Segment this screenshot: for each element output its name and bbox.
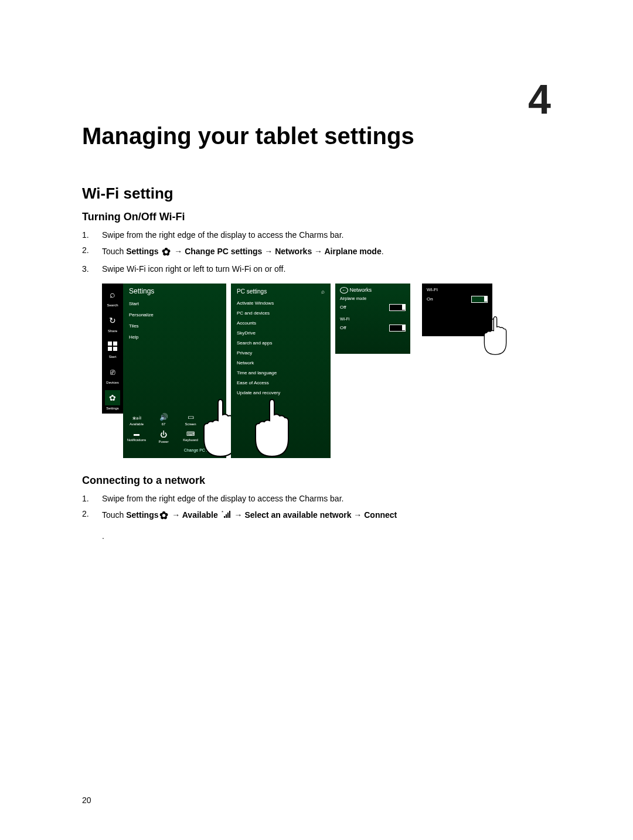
quick-keyboard[interactable]: ⌨ Keyboard	[183, 431, 198, 443]
label: Screen	[185, 422, 196, 426]
pc-settings-title: PC settings	[237, 288, 267, 295]
text: .	[382, 247, 384, 256]
available-label: Available	[182, 510, 218, 520]
notifications-icon: ▬	[134, 431, 139, 437]
label: Search	[107, 303, 118, 307]
airplane-mode-label: Airplane mode	[340, 296, 406, 301]
label: Notifications	[127, 438, 147, 442]
step-2: Touch Settings✿ → Available * → Select a…	[82, 508, 551, 523]
step-3: Swipe Wi-Fi icon right or left to turn W…	[82, 263, 551, 275]
charms-bar: ⌕ Search ↻ Share Start ⎚ Devices ✿ Setti…	[102, 284, 123, 414]
gear-icon: ✿	[105, 390, 120, 405]
svg-rect-0	[108, 342, 112, 346]
airplane-off-label: Off	[340, 305, 346, 310]
label: Settings	[106, 407, 119, 410]
pc-item-time[interactable]: Time and language	[237, 370, 325, 375]
text: Touch	[102, 510, 126, 520]
wifi-off-label: Off	[340, 325, 346, 330]
steps-turning-wifi: Swipe from the right edge of the display…	[82, 229, 551, 275]
quick-network[interactable]: ⁎ₐᵢₗ Available	[129, 413, 144, 426]
label: 67	[162, 422, 166, 426]
signal-icon: ⁎ₐᵢₗ	[132, 413, 141, 421]
gear-icon: ✿	[159, 508, 168, 523]
label: Available	[130, 422, 144, 426]
subheading-turning-on-off: Turning On/Off Wi-Fi	[82, 211, 551, 223]
quick-power[interactable]: ⏻ Power	[156, 431, 171, 443]
text: Touch	[102, 247, 126, 256]
charm-share[interactable]: ↻ Share	[105, 313, 120, 333]
label: Start	[109, 355, 117, 358]
label: Devices	[106, 381, 118, 384]
hand-pointer-icon	[254, 394, 290, 464]
settings-item-start[interactable]: Start	[129, 301, 220, 306]
figure-wifi-settings: ⌕ Search ↻ Share Start ⎚ Devices ✿ Setti…	[102, 284, 551, 458]
screen-icon: ▭	[188, 413, 194, 421]
hand-swipe-icon	[481, 313, 510, 360]
nav-path: → Change PC settings → Networks → Airpla…	[174, 247, 381, 256]
pc-item-skydrive[interactable]: SkyDrive	[237, 330, 325, 336]
svg-rect-9	[229, 511, 230, 518]
pc-settings-panel: PC settings ⌕ Activate Windows PC and de…	[231, 284, 331, 458]
section-heading-wifi: Wi-Fi setting	[82, 185, 551, 203]
wifi-toggle[interactable]	[389, 325, 406, 332]
wifi-closeup: Wi-Fi On	[422, 284, 492, 336]
pc-item-activate[interactable]: Activate Windows	[237, 301, 325, 306]
signal-icon: *	[222, 510, 231, 521]
gear-icon: ✿	[162, 244, 171, 259]
power-icon: ⏻	[160, 431, 167, 439]
pc-item-search[interactable]: Search and apps	[237, 340, 325, 346]
svg-text:*: *	[222, 510, 223, 515]
svg-rect-3	[113, 347, 117, 351]
svg-rect-1	[113, 342, 117, 346]
charm-search[interactable]: ⌕ Search	[105, 287, 120, 307]
pc-item-network[interactable]: Network	[237, 360, 325, 366]
quick-screen[interactable]: ▭ Screen	[183, 413, 198, 426]
svg-rect-7	[226, 514, 227, 518]
chapter-number: 4	[528, 76, 551, 123]
pc-item-accounts[interactable]: Accounts	[237, 320, 325, 326]
devices-icon: ⎚	[105, 364, 120, 380]
wifi-label: Wi-Fi	[427, 287, 488, 292]
pc-item-ease[interactable]: Ease of Access	[237, 380, 325, 385]
charm-devices[interactable]: ⎚ Devices	[105, 364, 120, 384]
svg-rect-8	[227, 513, 229, 518]
settings-label: Settings	[126, 510, 158, 520]
wifi-label: Wi-Fi	[340, 317, 406, 321]
label: Keyboard	[183, 438, 198, 442]
subheading-connecting: Connecting to a network	[82, 474, 551, 487]
page-title: Managing your tablet settings	[82, 123, 551, 149]
pc-item-devices[interactable]: PC and devices	[237, 310, 325, 316]
svg-rect-6	[224, 516, 225, 518]
step-1: Swipe from the right edge of the display…	[82, 493, 551, 504]
windows-icon	[105, 339, 120, 354]
networks-title: ← Networks	[340, 287, 406, 293]
wifi-toggle-close[interactable]	[471, 296, 488, 303]
on-label: On	[427, 296, 433, 302]
arrow: →	[234, 510, 245, 520]
airplane-toggle[interactable]	[389, 304, 406, 311]
label: Power	[158, 440, 168, 443]
networks-panel: ← Networks Airplane mode Off Wi-Fi Off	[335, 284, 410, 354]
label: Share	[108, 329, 117, 333]
settings-title: Settings	[129, 287, 220, 295]
search-icon: ⌕	[105, 287, 120, 302]
search-icon[interactable]: ⌕	[321, 288, 325, 295]
settings-item-help[interactable]: Help	[129, 334, 220, 340]
arrow: →	[169, 510, 182, 520]
quick-notifications[interactable]: ▬ Notifications	[129, 431, 144, 443]
share-icon: ↻	[105, 313, 120, 328]
period: .	[102, 531, 551, 541]
step-2: Touch Settings ✿ → Change PC settings → …	[82, 244, 551, 259]
pc-item-privacy[interactable]: Privacy	[237, 350, 325, 356]
charm-settings[interactable]: ✿ Settings	[105, 390, 120, 410]
keyboard-icon: ⌨	[186, 431, 195, 437]
svg-marker-4	[491, 318, 492, 321]
quick-volume[interactable]: 🔊 67	[156, 413, 171, 426]
charm-start[interactable]: Start	[105, 339, 120, 358]
settings-item-personalize[interactable]: Personalize	[129, 312, 220, 317]
svg-rect-2	[108, 347, 112, 351]
settings-flyout: Settings Start Personalize Tiles Help ⁎ₐ…	[123, 284, 226, 458]
settings-label: Settings	[126, 247, 158, 256]
settings-item-tiles[interactable]: Tiles	[129, 323, 220, 329]
steps-connecting: Swipe from the right edge of the display…	[82, 493, 551, 523]
